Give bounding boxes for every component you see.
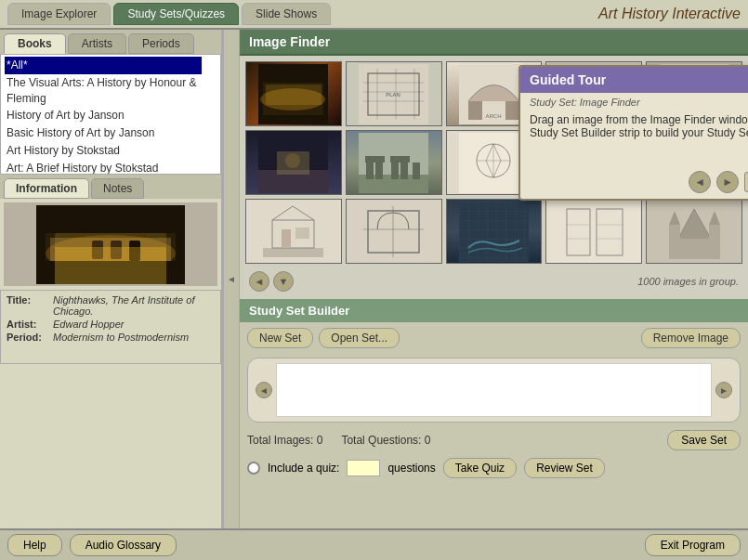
image-thumbnail[interactable] bbox=[245, 199, 342, 264]
info-notes-tabs: Information Notes bbox=[0, 175, 221, 199]
tour-prev-button[interactable]: ◄ bbox=[689, 171, 711, 193]
svg-rect-37 bbox=[366, 161, 374, 179]
tab-books[interactable]: Books bbox=[4, 33, 66, 54]
tab-image-explorer[interactable]: Image Explorer bbox=[7, 3, 111, 25]
list-item[interactable]: The Visual Arts: A History by Honour & F… bbox=[5, 74, 202, 108]
image-finder-nav: ◄ ▼ 1000 images in group. bbox=[245, 269, 742, 293]
artist-value: Edward Hopper bbox=[53, 319, 124, 330]
list-item[interactable]: *All* bbox=[5, 57, 202, 74]
svg-rect-8 bbox=[129, 241, 140, 261]
info-scroll[interactable]: Title: Nighthawks, The Art Institute of … bbox=[0, 290, 221, 364]
open-set-button[interactable]: Open Set... bbox=[319, 328, 400, 348]
image-thumbnail[interactable] bbox=[346, 199, 442, 264]
ssb-toolbar: New Set Open Set... Remove Image bbox=[240, 322, 748, 354]
svg-rect-38 bbox=[375, 161, 383, 179]
svg-rect-41 bbox=[400, 161, 408, 179]
audio-glossary-button[interactable]: Audio Glossary bbox=[70, 534, 177, 556]
nav-prev-button[interactable]: ◄ bbox=[249, 271, 269, 292]
image-thumbnail[interactable] bbox=[245, 130, 342, 195]
svg-rect-69 bbox=[559, 202, 629, 262]
artist-label: Artist: bbox=[7, 319, 53, 330]
tab-periods[interactable]: Periods bbox=[128, 33, 194, 54]
guided-tour-body: Drag an image from the Image Finder wind… bbox=[520, 110, 748, 165]
main-layout: Books Artists Periods *All* The Visual A… bbox=[0, 30, 748, 528]
app-title: Art History Interactive bbox=[598, 6, 741, 22]
ssb-stats: Total Images: 0 Total Questions: 0 bbox=[247, 434, 430, 447]
images-count: 1000 images in group. bbox=[637, 276, 739, 287]
total-questions: Total Questions: 0 bbox=[341, 434, 430, 447]
info-image-area bbox=[4, 202, 217, 286]
svg-rect-40 bbox=[391, 161, 399, 179]
exit-program-button[interactable]: Exit Program bbox=[645, 534, 741, 556]
svg-rect-43 bbox=[413, 163, 420, 179]
info-details: Title: Nighthawks, The Art Institute of … bbox=[1, 291, 220, 348]
strip-prev-button[interactable]: ◄ bbox=[256, 382, 272, 398]
strip-next-button[interactable]: ► bbox=[715, 382, 732, 398]
image-thumbnail[interactable] bbox=[245, 61, 342, 126]
left-tabs: Books Artists Periods bbox=[0, 30, 221, 54]
period-value: Modernism to Postmodernism bbox=[53, 332, 189, 343]
left-panel: Books Artists Periods *All* The Visual A… bbox=[0, 30, 223, 528]
info-title-row: Title: Nighthawks, The Art Institute of … bbox=[7, 294, 215, 317]
image-thumbnail[interactable] bbox=[545, 199, 642, 264]
image-finder-section: Image Finder bbox=[240, 30, 748, 299]
book-list-container: *All* The Visual Arts: A History by Hono… bbox=[0, 54, 221, 175]
image-thumbnail[interactable] bbox=[346, 130, 442, 195]
book-list[interactable]: *All* The Visual Arts: A History by Hono… bbox=[0, 54, 221, 175]
tab-information[interactable]: Information bbox=[4, 178, 89, 199]
image-thumbnail[interactable]: PLAN bbox=[346, 61, 442, 126]
tab-slide-shows[interactable]: Slide Shows bbox=[242, 3, 331, 25]
tour-done-button[interactable]: Done bbox=[744, 172, 748, 192]
list-item[interactable]: Basic History of Art by Janson bbox=[5, 124, 202, 142]
svg-rect-57 bbox=[263, 248, 323, 257]
ssb-quiz-row: Include a quiz: questions Take Quiz Revi… bbox=[240, 454, 748, 482]
list-item[interactable]: History of Art by Janson bbox=[5, 107, 202, 124]
svg-rect-42 bbox=[390, 156, 410, 163]
tab-study-sets[interactable]: Study Sets/Quizzes bbox=[113, 3, 239, 25]
svg-rect-77 bbox=[678, 239, 711, 259]
svg-rect-12 bbox=[266, 85, 322, 105]
save-set-button[interactable]: Save Set bbox=[667, 430, 741, 450]
svg-rect-79 bbox=[709, 225, 720, 259]
tab-artists[interactable]: Artists bbox=[68, 33, 126, 54]
image-thumbnail[interactable] bbox=[446, 199, 543, 264]
review-set-button[interactable]: Review Set bbox=[524, 458, 605, 478]
nav-next-button[interactable]: ▼ bbox=[273, 271, 294, 292]
title-label: Title: bbox=[7, 294, 53, 317]
new-set-button[interactable]: New Set bbox=[247, 328, 313, 348]
tab-notes[interactable]: Notes bbox=[91, 178, 144, 199]
svg-rect-5 bbox=[55, 233, 166, 261]
nav-arrows: ◄ ▼ bbox=[249, 271, 294, 292]
ssb-footer: Total Images: 0 Total Questions: 0 Save … bbox=[240, 426, 748, 454]
study-set-builder: Study Set Builder New Set Open Set... Re… bbox=[240, 299, 748, 528]
list-item[interactable]: Art History by Stokstad bbox=[5, 142, 202, 160]
svg-rect-4 bbox=[36, 261, 185, 284]
help-button[interactable]: Help bbox=[7, 534, 62, 556]
svg-rect-60 bbox=[295, 228, 309, 239]
nighthawks-thumbnail bbox=[36, 205, 185, 284]
top-bar: Image Explorer Study Sets/Quizzes Slide … bbox=[0, 0, 748, 30]
list-item[interactable]: Art: A Brief History by Stokstad bbox=[5, 160, 202, 175]
guided-tour-footer: ◄ ► Done bbox=[520, 165, 748, 199]
period-label: Period: bbox=[7, 332, 53, 343]
remove-image-button[interactable]: Remove Image bbox=[641, 328, 741, 348]
svg-point-34 bbox=[285, 153, 300, 168]
guided-tour-subtitle: Study Set: Image Finder bbox=[520, 93, 748, 110]
include-quiz-checkbox[interactable] bbox=[247, 462, 260, 475]
info-period-row: Period: Modernism to Postmodernism bbox=[7, 332, 215, 343]
right-panel: Image Finder bbox=[240, 30, 748, 528]
include-quiz-label: Include a quiz: bbox=[268, 462, 339, 475]
image-thumbnail[interactable] bbox=[646, 199, 742, 264]
svg-rect-59 bbox=[282, 229, 291, 248]
panel-divider[interactable] bbox=[223, 30, 240, 528]
take-quiz-button[interactable]: Take Quiz bbox=[443, 458, 517, 478]
bottom-bar: Help Audio Glossary Exit Program bbox=[0, 528, 748, 560]
questions-label: questions bbox=[387, 462, 435, 475]
ssb-image-strip bbox=[276, 363, 712, 417]
bottom-left-buttons: Help Audio Glossary bbox=[7, 534, 177, 556]
tour-next-button[interactable]: ► bbox=[716, 171, 739, 193]
info-notes-section: Information Notes bbox=[0, 175, 221, 528]
info-artist-row: Artist: Edward Hopper bbox=[7, 319, 215, 330]
svg-rect-7 bbox=[111, 241, 122, 259]
questions-input[interactable] bbox=[347, 460, 380, 476]
